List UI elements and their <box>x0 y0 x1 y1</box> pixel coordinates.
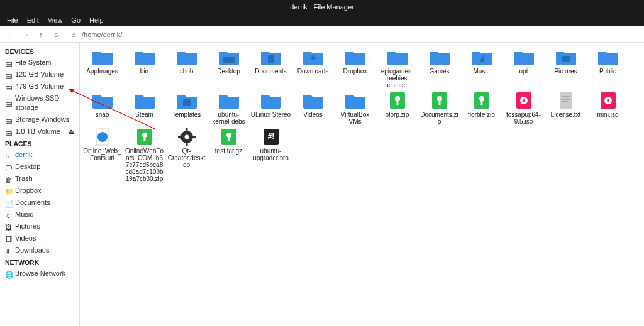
folder-icon <box>386 48 409 67</box>
file-item[interactable]: ULinux Stereo <box>250 91 292 125</box>
file-label: Qt-Creator.desktop <box>167 148 207 168</box>
zip-icon <box>386 91 409 110</box>
menu-view[interactable]: View <box>45 14 66 26</box>
sidebar: DEVICES🖴File System🖴120 GB Volume🖴479 GB… <box>0 43 80 326</box>
folder-icon <box>555 48 577 67</box>
file-item[interactable]: AppImages <box>81 48 123 89</box>
toolbar: ← → ↑ ⌂ ⌂ /home/derrik/ <box>0 26 644 43</box>
folder-icon <box>470 48 493 67</box>
script-icon <box>260 128 282 146</box>
file-item[interactable]: fossapup64-9.5.iso <box>502 91 545 125</box>
sidebar-item[interactable]: 🖴120 GB Volume <box>0 68 79 80</box>
file-item[interactable]: Games <box>418 48 460 89</box>
folder-icon <box>133 48 156 67</box>
file-item[interactable]: chob <box>165 48 208 89</box>
up-button[interactable]: ↑ <box>35 29 47 40</box>
sidebar-item[interactable]: ⬇Downloads <box>0 244 79 256</box>
file-label: Music <box>473 68 489 75</box>
file-item[interactable]: Online_Web_Fonts.url <box>81 128 123 182</box>
eject-icon[interactable]: ⏏ <box>68 127 74 136</box>
sidebar-item-label: 479 GB Volume <box>15 82 64 91</box>
file-item[interactable]: Public <box>587 48 629 89</box>
file-item[interactable]: florble.zip <box>460 91 502 125</box>
file-label: bin <box>140 68 148 75</box>
sidebar-item[interactable]: 🎞Videos <box>0 232 79 244</box>
file-item[interactable]: Steam <box>123 91 165 125</box>
file-label: Online_Web_Fonts.url <box>82 148 123 161</box>
file-label: VirtualBox VMs <box>335 111 375 125</box>
sidebar-item[interactable]: 🖵Desktop <box>0 161 79 173</box>
sidebar-item[interactable]: 📄Documents <box>0 197 79 209</box>
file-item[interactable]: ubuntu-kernel-debs <box>208 91 250 125</box>
sidebar-item-icon: 🖴 <box>5 59 13 67</box>
sidebar-item[interactable]: 🗑Trash <box>0 173 79 185</box>
file-item[interactable]: Documents <box>250 48 292 89</box>
file-item[interactable]: epicgames-freebies-claimer <box>376 48 418 89</box>
sidebar-item[interactable]: 🖴479 GB Volume <box>0 80 79 92</box>
file-item[interactable]: OnlineWebFonts_COM_b67c77cd5bca8cd8ad7c1… <box>123 128 165 182</box>
sidebar-item[interactable]: 🖴Storage Windows <box>0 114 79 126</box>
sidebar-item[interactable]: 🖴1.0 TB Volume⏏ <box>0 126 79 138</box>
folder-icon <box>91 48 114 67</box>
file-item[interactable]: Documents.zip <box>418 91 460 125</box>
file-item[interactable]: Qt-Creator.desktop <box>165 128 208 182</box>
menu-edit[interactable]: Edit <box>24 14 42 26</box>
file-item[interactable]: bin <box>123 48 165 89</box>
file-label: test.tar.gz <box>215 148 242 155</box>
file-item[interactable]: ubuntu-upgrader.pro <box>250 128 292 182</box>
sidebar-item-icon: 🖼 <box>5 223 13 231</box>
file-item[interactable]: Templates <box>165 91 208 125</box>
forward-button[interactable]: → <box>20 29 31 40</box>
sidebar-item-label: Storage Windows <box>15 115 69 124</box>
sidebar-item-label: 120 GB Volume <box>15 70 64 79</box>
sidebar-item[interactable]: ⌂derrik <box>0 149 79 161</box>
file-item[interactable]: Videos <box>292 91 334 125</box>
window-title: derrik - File Manager <box>0 0 644 14</box>
folder-icon <box>218 48 240 67</box>
sidebar-item-label: Documents <box>15 198 50 207</box>
file-item[interactable]: Music <box>460 48 502 89</box>
folder-icon <box>428 48 451 67</box>
folder-icon <box>133 91 156 110</box>
file-label: fossapup64-9.5.iso <box>504 111 544 125</box>
file-item[interactable]: Downloads <box>292 48 334 89</box>
pathbar[interactable]: ⌂ /home/derrik/ <box>68 29 122 40</box>
back-button[interactable]: ← <box>5 29 16 40</box>
iso-icon <box>597 91 619 110</box>
file-item[interactable]: VirtualBox VMs <box>334 91 376 125</box>
menu-file[interactable]: File <box>4 14 21 26</box>
file-label: ULinux Stereo <box>251 111 291 118</box>
file-item[interactable]: License.txt <box>545 91 587 125</box>
menu-help[interactable]: Help <box>86 14 107 26</box>
sidebar-item[interactable]: 🖴File System <box>0 57 79 68</box>
sidebar-item-icon: ♫ <box>5 211 13 219</box>
sidebar-item-label: derrik <box>15 150 33 160</box>
sidebar-item-icon: 🖴 <box>5 71 13 79</box>
sidebar-item-label: Pictures <box>15 222 40 231</box>
sidebar-item-icon: 🖴 <box>5 83 13 90</box>
sidebar-item[interactable]: 🖼Pictures <box>0 220 79 232</box>
sidebar-item-icon: 🎞 <box>5 235 13 242</box>
home-button[interactable]: ⌂ <box>50 29 62 40</box>
sidebar-item[interactable]: 📁Dropbox <box>0 185 79 197</box>
sidebar-item[interactable]: 🌐Browse Network <box>0 268 79 280</box>
file-label: ubuntu-kernel-debs <box>209 111 249 125</box>
menu-go[interactable]: Go <box>68 14 84 26</box>
file-item[interactable]: test.tar.gz <box>208 128 250 182</box>
iso-icon <box>513 91 535 110</box>
file-item[interactable]: Desktop <box>208 48 250 89</box>
file-item[interactable]: Dropbox <box>334 48 376 89</box>
file-item[interactable]: opt <box>502 48 545 89</box>
sidebar-item-label: File System <box>15 58 51 67</box>
file-item[interactable]: snap <box>81 91 123 125</box>
file-item[interactable]: Pictures <box>545 48 587 89</box>
file-item[interactable]: blorp.zip <box>376 91 418 125</box>
file-item[interactable]: mini.iso <box>587 91 629 125</box>
path-text: /home/derrik/ <box>82 31 122 38</box>
sidebar-item[interactable]: ♫Music <box>0 209 79 220</box>
sidebar-item[interactable]: 🖴Windows SSD storage <box>0 92 79 114</box>
file-view[interactable]: AppImagesbinchobDesktopDocumentsDownload… <box>80 43 644 326</box>
file-label: florble.zip <box>468 111 495 118</box>
folder-icon <box>344 48 367 67</box>
file-label: License.txt <box>551 111 581 118</box>
